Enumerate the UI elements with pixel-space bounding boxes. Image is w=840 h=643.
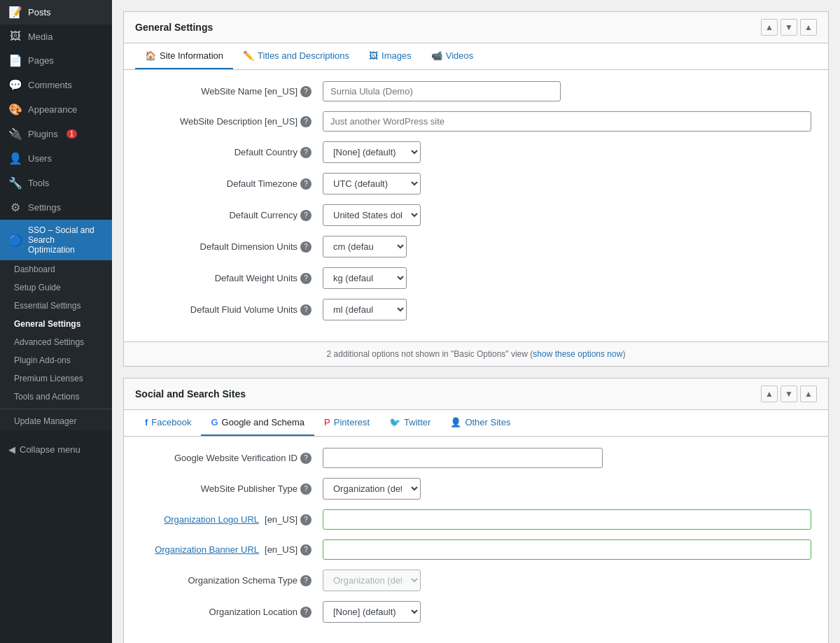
- submenu-premium-licenses[interactable]: Premium Licenses: [0, 369, 112, 388]
- default-dimension-row: Default Dimension Units ? cm (defau: [141, 236, 811, 257]
- website-desc-help[interactable]: ?: [300, 116, 312, 127]
- default-fluid-label: Default Fluid Volume Units ?: [141, 304, 323, 316]
- tab-images[interactable]: 🖼 Images: [359, 43, 421, 69]
- default-fluid-help[interactable]: ?: [300, 304, 312, 316]
- org-logo-help[interactable]: ?: [300, 514, 312, 525]
- default-currency-row: Default Currency ? United States dollar …: [141, 204, 811, 226]
- default-country-row: Default Country ? [None] (default): [141, 141, 811, 163]
- default-fluid-select[interactable]: ml (defaul: [323, 299, 407, 320]
- default-dimension-help[interactable]: ?: [300, 241, 312, 253]
- org-logo-link[interactable]: Organization Logo URL: [164, 514, 259, 525]
- videos-icon: 📹: [431, 50, 442, 61]
- org-schema-select[interactable]: Organization (default): [323, 570, 421, 591]
- show-options-link[interactable]: show these options now: [533, 349, 622, 359]
- default-country-select[interactable]: [None] (default): [323, 141, 421, 163]
- submenu-update-manager[interactable]: Update Manager: [0, 412, 112, 430]
- tab-videos[interactable]: 📹 Videos: [421, 43, 484, 69]
- submenu-advanced-settings[interactable]: Advanced Settings: [0, 333, 112, 351]
- sidebar-item-posts[interactable]: 📝 Posts: [0, 0, 112, 24]
- tab-facebook[interactable]: f Facebook: [135, 410, 201, 436]
- website-name-input[interactable]: [323, 81, 561, 101]
- collapse-menu-button[interactable]: ◀ Collapse menu: [0, 436, 112, 463]
- publisher-type-label: WebSite Publisher Type ?: [141, 483, 323, 495]
- tab-google-schema[interactable]: G Google and Schema: [201, 410, 314, 436]
- org-location-help[interactable]: ?: [300, 607, 312, 618]
- google-verification-row: Google Website Verification ID ?: [141, 448, 811, 468]
- publisher-type-help[interactable]: ?: [300, 483, 312, 495]
- org-schema-control: Organization (default): [323, 570, 811, 591]
- sidebar-item-appearance[interactable]: 🎨 Appearance: [0, 97, 112, 122]
- submenu-setup-guide[interactable]: Setup Guide: [0, 278, 112, 297]
- default-dimension-select[interactable]: cm (defau: [323, 236, 407, 257]
- default-timezone-select[interactable]: UTC (default): [323, 173, 421, 195]
- tab-twitter[interactable]: 🐦 Twitter: [379, 410, 440, 436]
- social-collapse-down-button[interactable]: ▼: [780, 386, 797, 402]
- default-timezone-help[interactable]: ?: [300, 178, 312, 190]
- org-banner-input[interactable]: [323, 539, 811, 560]
- social-search-header: Social and Search Sites ▲ ▼ ▲: [124, 379, 828, 410]
- default-country-label: Default Country ?: [141, 147, 323, 158]
- general-settings-section: General Settings ▲ ▼ ▲ 🏠 Site Informatio…: [123, 11, 829, 367]
- sidebar-item-pages[interactable]: 📄 Pages: [0, 48, 112, 73]
- pages-icon: 📄: [8, 54, 22, 67]
- default-timezone-row: Default Timezone ? UTC (default): [141, 173, 811, 195]
- default-currency-select[interactable]: United States dollar (USD) (defaul: [323, 204, 421, 226]
- org-banner-link[interactable]: Organization Banner URL: [155, 544, 259, 555]
- google-icon: G: [211, 417, 218, 428]
- general-settings-title: General Settings: [135, 22, 213, 33]
- pinterest-icon: P: [324, 417, 330, 428]
- default-currency-label: Default Currency ?: [141, 210, 323, 221]
- general-settings-form: WebSite Name [en_US] ? WebSite Descripti…: [124, 70, 828, 341]
- org-banner-row: Organization Banner URL [en_US] ?: [141, 539, 811, 560]
- default-country-help[interactable]: ?: [300, 147, 312, 158]
- publisher-type-select[interactable]: Organization (default): [323, 478, 421, 500]
- org-banner-help[interactable]: ?: [300, 544, 312, 556]
- sidebar-item-comments[interactable]: 💬 Comments: [0, 73, 112, 97]
- submenu-tools-actions[interactable]: Tools and Actions: [0, 388, 112, 406]
- org-logo-input[interactable]: [323, 509, 811, 530]
- sidebar-item-media[interactable]: 🖼 Media: [0, 24, 112, 48]
- submenu-essential-settings[interactable]: Essential Settings: [0, 297, 112, 315]
- submenu-dashboard[interactable]: Dashboard: [0, 260, 112, 278]
- publisher-type-control: Organization (default): [323, 478, 811, 500]
- social-search-section: Social and Search Sites ▲ ▼ ▲ f Facebook…: [123, 378, 829, 643]
- sidebar-item-tools[interactable]: 🔧 Tools: [0, 171, 112, 195]
- sidebar-item-plugins[interactable]: 🔌 Plugins 1: [0, 122, 112, 146]
- org-logo-label: Organization Logo URL [en_US] ?: [141, 514, 323, 525]
- collapse-down-button[interactable]: ▼: [780, 19, 797, 36]
- org-location-select[interactable]: [None] (default): [323, 601, 421, 623]
- default-fluid-control: ml (defaul: [323, 299, 811, 320]
- website-desc-row: WebSite Description [en_US] ?: [141, 111, 811, 132]
- default-weight-label: Default Weight Units ?: [141, 273, 323, 284]
- posts-icon: 📝: [8, 6, 22, 19]
- sidebar-item-users[interactable]: 👤 Users: [0, 146, 112, 171]
- default-weight-select[interactable]: kg (defaul: [323, 267, 407, 289]
- submenu-plugin-addons[interactable]: Plugin Add-ons: [0, 351, 112, 369]
- default-currency-help[interactable]: ?: [300, 210, 312, 221]
- sso-icon: 🔵: [8, 234, 22, 247]
- settings-icon: ⚙: [8, 201, 22, 214]
- submenu-general-settings[interactable]: General Settings: [0, 315, 112, 333]
- default-weight-help[interactable]: ?: [300, 273, 312, 284]
- images-icon: 🖼: [369, 50, 378, 61]
- org-logo-control: [323, 509, 811, 530]
- social-collapse-up-button[interactable]: ▲: [761, 386, 778, 402]
- tab-site-information[interactable]: 🏠 Site Information: [135, 43, 233, 69]
- website-name-row: WebSite Name [en_US] ?: [141, 81, 811, 101]
- google-verification-input[interactable]: [323, 448, 603, 468]
- minimize-button[interactable]: ▲: [800, 19, 817, 36]
- tab-other-sites[interactable]: 👤 Other Sites: [440, 410, 520, 436]
- default-currency-control: United States dollar (USD) (defaul: [323, 204, 811, 226]
- website-name-help[interactable]: ?: [300, 86, 312, 97]
- website-desc-control: [323, 111, 811, 132]
- tab-pinterest[interactable]: P Pinterest: [314, 410, 379, 436]
- sidebar-item-sso[interactable]: 🔵 SSO – Social and Search Optimization: [0, 220, 112, 260]
- tab-titles-descriptions[interactable]: ✏️ Titles and Descriptions: [233, 43, 359, 69]
- collapse-up-button[interactable]: ▲: [761, 19, 778, 36]
- google-verification-help[interactable]: ?: [300, 453, 312, 464]
- sidebar-item-settings[interactable]: ⚙ Settings: [0, 195, 112, 220]
- org-banner-label: Organization Banner URL [en_US] ?: [141, 544, 323, 556]
- social-minimize-button[interactable]: ▲: [800, 386, 817, 402]
- website-desc-input[interactable]: [323, 111, 811, 132]
- org-schema-help[interactable]: ?: [300, 575, 312, 586]
